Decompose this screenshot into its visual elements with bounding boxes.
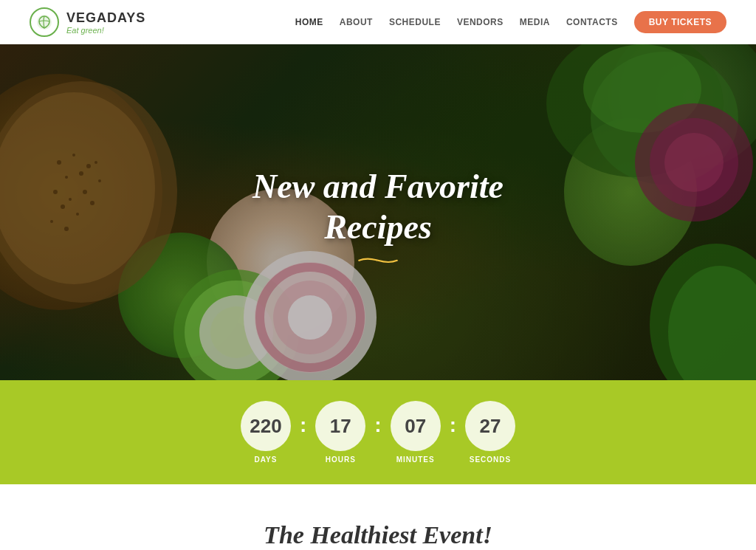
separator-2: : [374,413,381,437]
nav-schedule[interactable]: SCHEDULE [389,17,441,27]
hours-label: HOURS [326,456,356,464]
buy-tickets-button[interactable]: BUY TICKETS [634,11,726,33]
logo-icon [30,7,59,37]
nav-home[interactable]: HOME [295,17,323,27]
hours-value: 17 [315,401,365,451]
brand-name: VEGADAYS [66,10,145,26]
countdown-hours: 17 HOURS [315,401,365,464]
separator-1: : [300,413,306,437]
hero-section: New and Favorite Recipes [0,44,756,380]
nav-media[interactable]: MEDIA [520,17,550,27]
countdown-seconds: 27 SECONDS [465,401,515,464]
logo[interactable]: VEGADAYS Eat green! [30,7,145,37]
seconds-label: SECONDS [470,456,511,464]
bottom-section: The Healthiest Event! [0,484,756,550]
main-nav: HOME ABOUT SCHEDULE VENDORS MEDIA CONTAC… [295,11,726,33]
countdown-minutes: 07 MINUTES [391,401,441,464]
days-label: DAYS [255,456,278,464]
separator-3: : [450,413,456,437]
seconds-value: 27 [465,401,515,451]
days-value: 220 [241,401,291,451]
countdown-inner: 220 DAYS : 17 HOURS : 07 MINUTES : 27 SE… [241,401,515,464]
countdown-section: 220 DAYS : 17 HOURS : 07 MINUTES : 27 SE… [0,380,756,484]
hero-underline-decoration [356,256,400,259]
nav-vendors[interactable]: VENDORS [457,17,504,27]
nav-about[interactable]: ABOUT [340,17,373,27]
hero-content: New and Favorite Recipes [252,165,504,258]
header: VEGADAYS Eat green! HOME ABOUT SCHEDULE … [0,0,756,44]
minutes-label: MINUTES [396,456,435,464]
hero-title: New and Favorite Recipes [252,165,504,247]
minutes-value: 07 [391,401,441,451]
countdown-days: 220 DAYS [241,401,291,464]
brand-tagline: Eat green! [66,26,145,35]
nav-contacts[interactable]: CONTACTS [566,17,618,27]
bottom-title: The Healthiest Event! [0,521,756,549]
